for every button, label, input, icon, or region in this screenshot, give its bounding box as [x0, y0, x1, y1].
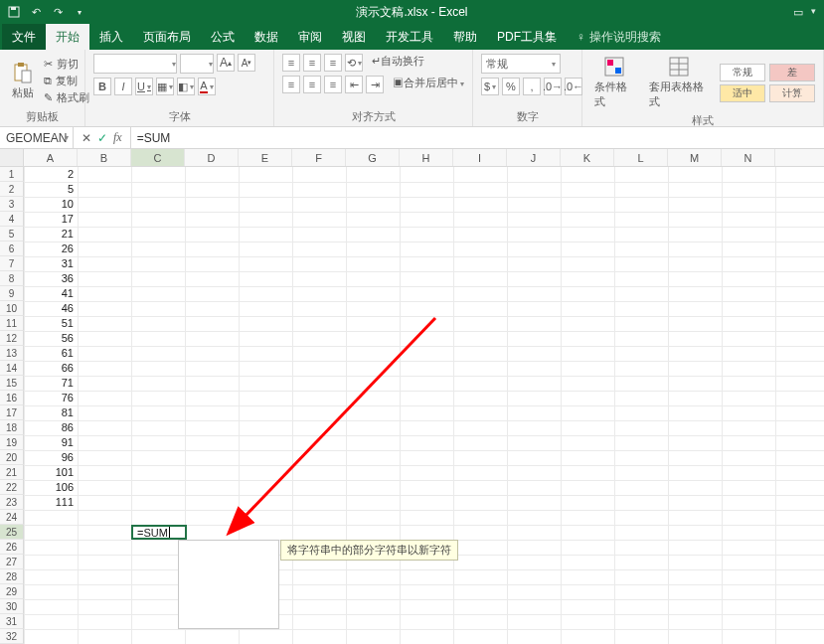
increase-font-button[interactable]: A▴: [217, 54, 235, 72]
row-header[interactable]: 30: [0, 599, 24, 614]
tell-me-search[interactable]: ♀ 操作说明搜索: [567, 24, 671, 50]
select-all-corner[interactable]: [0, 149, 24, 166]
row-header[interactable]: 18: [0, 420, 24, 435]
qat-customize-icon[interactable]: ▾: [72, 4, 87, 20]
italic-button[interactable]: I: [114, 78, 132, 95]
redo-icon[interactable]: ↷: [50, 4, 66, 20]
cancel-edit-button[interactable]: ✕: [82, 131, 91, 145]
cell-style-good[interactable]: 适中: [720, 84, 765, 102]
row-header[interactable]: 5: [0, 227, 24, 242]
row-header[interactable]: 17: [0, 405, 24, 420]
font-color-button[interactable]: A▾: [198, 78, 216, 95]
column-header-M[interactable]: M: [668, 149, 722, 166]
row-header[interactable]: 1: [0, 167, 24, 182]
number-format-combo[interactable]: 常规▾: [481, 54, 561, 74]
font-size-combo[interactable]: ▾: [180, 54, 214, 74]
cell[interactable]: 106: [24, 480, 78, 495]
row-header[interactable]: 24: [0, 510, 24, 525]
cell[interactable]: 71: [24, 376, 78, 391]
align-bottom-button[interactable]: ≡: [324, 54, 342, 72]
row-header[interactable]: 13: [0, 346, 24, 361]
row-header[interactable]: 25: [0, 525, 24, 540]
save-icon[interactable]: [6, 4, 22, 20]
row-header[interactable]: 31: [0, 614, 24, 629]
row-header[interactable]: 4: [0, 212, 24, 227]
font-name-combo[interactable]: ▾: [93, 54, 177, 74]
row-header[interactable]: 16: [0, 391, 24, 405]
row-header[interactable]: 22: [0, 480, 24, 495]
cell[interactable]: 2: [24, 167, 78, 182]
tab-data[interactable]: 数据: [245, 24, 288, 50]
increase-decimal-button[interactable]: .0→: [544, 78, 562, 95]
cell[interactable]: 96: [24, 450, 78, 465]
row-header[interactable]: 3: [0, 197, 24, 212]
wrap-text-button[interactable]: ↵自动换行: [372, 54, 424, 72]
cell[interactable]: 51: [24, 316, 78, 331]
column-header-L[interactable]: L: [614, 149, 668, 166]
orientation-button[interactable]: ⟲▾: [345, 54, 363, 72]
tab-insert[interactable]: 插入: [89, 24, 133, 50]
row-header[interactable]: 14: [0, 361, 24, 376]
cell[interactable]: 31: [24, 256, 78, 271]
fill-color-button[interactable]: ◧▾: [177, 78, 195, 95]
column-header-H[interactable]: H: [400, 149, 453, 166]
conditional-format-button[interactable]: 条件格式: [590, 54, 639, 111]
increase-indent-button[interactable]: ⇥: [366, 76, 384, 93]
row-header[interactable]: 29: [0, 584, 24, 599]
tab-dev[interactable]: 开发工具: [376, 24, 443, 50]
cell[interactable]: 61: [24, 346, 78, 361]
copy-button[interactable]: ⧉复制: [44, 74, 89, 88]
row-header[interactable]: 7: [0, 256, 24, 271]
tab-home[interactable]: 开始: [46, 24, 89, 50]
row-header[interactable]: 6: [0, 242, 24, 256]
comma-button[interactable]: ,: [523, 78, 541, 95]
column-header-I[interactable]: I: [453, 149, 507, 166]
decrease-indent-button[interactable]: ⇤: [345, 76, 363, 93]
row-header[interactable]: 12: [0, 331, 24, 346]
bold-button[interactable]: B: [93, 78, 111, 95]
column-header-F[interactable]: F: [292, 149, 346, 166]
underline-button[interactable]: U▾: [135, 78, 153, 95]
row-header[interactable]: 9: [0, 286, 24, 301]
row-header[interactable]: 26: [0, 540, 24, 555]
name-box[interactable]: GEOMEAN ▾: [0, 127, 74, 148]
tab-formulas[interactable]: 公式: [201, 24, 245, 50]
format-painter-button[interactable]: ✎格式刷: [44, 90, 89, 105]
row-header[interactable]: 23: [0, 495, 24, 510]
row-header[interactable]: 2: [0, 182, 24, 197]
currency-button[interactable]: $▾: [481, 78, 499, 95]
ribbon-min-icon[interactable]: ▭: [793, 6, 803, 19]
tab-layout[interactable]: 页面布局: [133, 24, 201, 50]
cell[interactable]: 56: [24, 331, 78, 346]
tab-view[interactable]: 视图: [332, 24, 376, 50]
decrease-decimal-button[interactable]: .0←: [565, 78, 582, 95]
cell[interactable]: 41: [24, 286, 78, 301]
row-header[interactable]: 11: [0, 316, 24, 331]
tab-review[interactable]: 审阅: [288, 24, 332, 50]
cell[interactable]: 86: [24, 420, 78, 435]
column-header-J[interactable]: J: [507, 149, 561, 166]
column-header-G[interactable]: G: [346, 149, 400, 166]
row-header[interactable]: 32: [0, 629, 24, 644]
column-header-A[interactable]: A: [24, 149, 78, 166]
cell[interactable]: 81: [24, 405, 78, 420]
column-header-N[interactable]: N: [722, 149, 775, 166]
cell-style-calc[interactable]: 计算: [769, 84, 815, 102]
fx-icon[interactable]: fx: [113, 130, 122, 145]
cell-style-normal[interactable]: 常规: [720, 64, 765, 81]
row-header[interactable]: 20: [0, 450, 24, 465]
row-header[interactable]: 8: [0, 271, 24, 286]
cell-style-bad[interactable]: 差: [769, 64, 815, 81]
merge-center-button[interactable]: ▣合并后居中▾: [393, 76, 464, 93]
enter-edit-button[interactable]: ✓: [97, 131, 107, 145]
cell[interactable]: 91: [24, 435, 78, 450]
column-header-K[interactable]: K: [561, 149, 614, 166]
cell[interactable]: 5: [24, 182, 78, 197]
cell[interactable]: 36: [24, 271, 78, 286]
cell[interactable]: 46: [24, 301, 78, 316]
format-as-table-button[interactable]: 套用表格格式: [645, 54, 714, 111]
row-header[interactable]: 28: [0, 569, 24, 584]
column-header-C[interactable]: C: [131, 149, 185, 166]
cell[interactable]: 10: [24, 197, 78, 212]
column-header-E[interactable]: E: [239, 149, 292, 166]
